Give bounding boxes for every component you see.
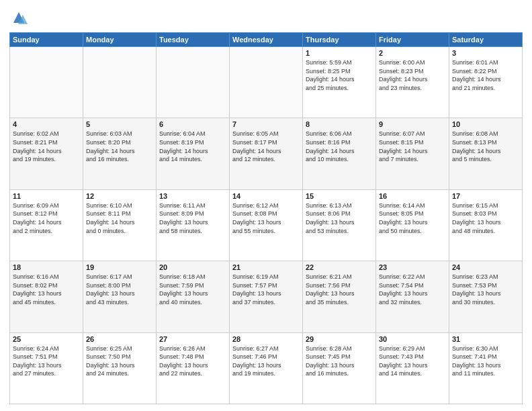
calendar-cell: 26Sunrise: 6:25 AM Sunset: 7:50 PM Dayli… [83,332,157,404]
day-number: 29 [306,335,373,343]
day-number: 2 [379,49,446,57]
day-info: Sunrise: 6:30 AM Sunset: 7:41 PM Dayligh… [452,345,519,378]
day-info: Sunrise: 6:13 AM Sunset: 8:06 PM Dayligh… [306,201,373,235]
weekday-saturday: Saturday [449,33,523,47]
weekday-friday: Friday [376,33,449,47]
calendar-cell [83,47,157,118]
calendar-cell: 4Sunrise: 6:02 AM Sunset: 8:21 PM Daylig… [10,118,83,189]
weekday-tuesday: Tuesday [157,33,230,47]
day-number: 4 [13,120,80,128]
calendar-cell: 12Sunrise: 6:10 AM Sunset: 8:11 PM Dayli… [83,189,157,261]
day-info: Sunrise: 6:29 AM Sunset: 7:43 PM Dayligh… [379,345,446,378]
calendar-cell: 17Sunrise: 6:15 AM Sunset: 8:03 PM Dayli… [449,189,523,261]
day-info: Sunrise: 6:06 AM Sunset: 8:16 PM Dayligh… [306,130,373,163]
day-info: Sunrise: 6:08 AM Sunset: 8:13 PM Dayligh… [452,130,519,163]
day-info: Sunrise: 6:21 AM Sunset: 7:56 PM Dayligh… [306,273,373,306]
day-info: Sunrise: 6:01 AM Sunset: 8:22 PM Dayligh… [452,58,519,92]
calendar-cell [157,47,230,118]
day-info: Sunrise: 6:04 AM Sunset: 8:19 PM Dayligh… [159,130,226,163]
calendar-cell: 7Sunrise: 6:05 AM Sunset: 8:17 PM Daylig… [230,118,303,189]
day-info: Sunrise: 6:27 AM Sunset: 7:46 PM Dayligh… [232,345,300,378]
calendar-cell: 9Sunrise: 6:07 AM Sunset: 8:15 PM Daylig… [376,118,449,189]
calendar-cell: 6Sunrise: 6:04 AM Sunset: 8:19 PM Daylig… [157,118,230,189]
calendar-cell: 22Sunrise: 6:21 AM Sunset: 7:56 PM Dayli… [303,261,376,332]
week-row-1: 1Sunrise: 5:59 AM Sunset: 8:25 PM Daylig… [10,47,523,118]
day-info: Sunrise: 6:11 AM Sunset: 8:09 PM Dayligh… [159,201,226,235]
logo-icon [9,9,28,28]
calendar-cell: 25Sunrise: 6:24 AM Sunset: 7:51 PM Dayli… [10,332,83,404]
day-info: Sunrise: 6:16 AM Sunset: 8:02 PM Dayligh… [13,273,80,306]
day-info: Sunrise: 6:09 AM Sunset: 8:12 PM Dayligh… [13,201,80,235]
day-number: 1 [306,49,373,57]
calendar-cell: 27Sunrise: 6:26 AM Sunset: 7:48 PM Dayli… [157,332,230,404]
calendar-cell: 23Sunrise: 6:22 AM Sunset: 7:54 PM Dayli… [376,261,449,332]
calendar-cell: 19Sunrise: 6:17 AM Sunset: 8:00 PM Dayli… [83,261,157,332]
calendar-cell: 2Sunrise: 6:00 AM Sunset: 8:23 PM Daylig… [376,47,449,118]
calendar-cell: 10Sunrise: 6:08 AM Sunset: 8:13 PM Dayli… [449,118,523,189]
day-info: Sunrise: 6:25 AM Sunset: 7:50 PM Dayligh… [86,345,153,378]
day-info: Sunrise: 6:22 AM Sunset: 7:54 PM Dayligh… [379,273,446,306]
calendar-cell: 13Sunrise: 6:11 AM Sunset: 8:09 PM Dayli… [157,189,230,261]
calendar-cell: 18Sunrise: 6:16 AM Sunset: 8:02 PM Dayli… [10,261,83,332]
day-number: 30 [379,335,446,343]
week-row-3: 11Sunrise: 6:09 AM Sunset: 8:12 PM Dayli… [10,189,523,261]
day-info: Sunrise: 6:10 AM Sunset: 8:11 PM Dayligh… [86,201,153,235]
day-number: 26 [86,335,153,343]
calendar-cell [10,47,83,118]
day-number: 9 [379,120,446,128]
day-info: Sunrise: 6:15 AM Sunset: 8:03 PM Dayligh… [452,201,519,235]
day-number: 23 [379,263,446,271]
calendar-cell: 28Sunrise: 6:27 AM Sunset: 7:46 PM Dayli… [230,332,303,404]
calendar-cell: 15Sunrise: 6:13 AM Sunset: 8:06 PM Dayli… [303,189,376,261]
day-number: 19 [86,263,153,271]
day-number: 12 [86,192,153,200]
day-info: Sunrise: 6:05 AM Sunset: 8:17 PM Dayligh… [232,130,300,163]
calendar-cell: 8Sunrise: 6:06 AM Sunset: 8:16 PM Daylig… [303,118,376,189]
calendar-cell: 24Sunrise: 6:23 AM Sunset: 7:53 PM Dayli… [449,261,523,332]
weekday-sunday: Sunday [10,33,83,47]
day-number: 17 [452,192,519,200]
day-info: Sunrise: 6:03 AM Sunset: 8:20 PM Dayligh… [86,130,153,163]
day-info: Sunrise: 6:07 AM Sunset: 8:15 PM Dayligh… [379,130,446,163]
calendar-cell: 20Sunrise: 6:18 AM Sunset: 7:59 PM Dayli… [157,261,230,332]
day-number: 16 [379,192,446,200]
week-row-5: 25Sunrise: 6:24 AM Sunset: 7:51 PM Dayli… [10,332,523,404]
day-info: Sunrise: 6:12 AM Sunset: 8:08 PM Dayligh… [232,201,300,235]
day-info: Sunrise: 6:00 AM Sunset: 8:23 PM Dayligh… [379,58,446,92]
calendar-cell: 31Sunrise: 6:30 AM Sunset: 7:41 PM Dayli… [449,332,523,404]
weekday-thursday: Thursday [303,33,376,47]
calendar-cell: 29Sunrise: 6:28 AM Sunset: 7:45 PM Dayli… [303,332,376,404]
calendar-cell: 21Sunrise: 6:19 AM Sunset: 7:57 PM Dayli… [230,261,303,332]
calendar-cell: 3Sunrise: 6:01 AM Sunset: 8:22 PM Daylig… [449,47,523,118]
day-number: 25 [13,335,80,343]
day-number: 22 [306,263,373,271]
day-number: 8 [306,120,373,128]
day-number: 13 [159,192,226,200]
calendar-cell: 11Sunrise: 6:09 AM Sunset: 8:12 PM Dayli… [10,189,83,261]
day-number: 6 [159,120,226,128]
day-info: Sunrise: 6:14 AM Sunset: 8:05 PM Dayligh… [379,201,446,235]
day-number: 11 [13,192,80,200]
weekday-header-row: SundayMondayTuesdayWednesdayThursdayFrid… [10,33,523,47]
calendar-cell: 1Sunrise: 5:59 AM Sunset: 8:25 PM Daylig… [303,47,376,118]
day-number: 21 [232,263,300,271]
calendar-cell [230,47,303,118]
day-number: 7 [232,120,300,128]
day-number: 10 [452,120,519,128]
day-info: Sunrise: 6:19 AM Sunset: 7:57 PM Dayligh… [232,273,300,306]
calendar-table: SundayMondayTuesdayWednesdayThursdayFrid… [9,32,523,404]
day-number: 15 [306,192,373,200]
calendar-cell: 30Sunrise: 6:29 AM Sunset: 7:43 PM Dayli… [376,332,449,404]
day-number: 20 [159,263,226,271]
day-info: Sunrise: 6:24 AM Sunset: 7:51 PM Dayligh… [13,345,80,378]
day-number: 14 [232,192,300,200]
day-number: 5 [86,120,153,128]
day-info: Sunrise: 6:28 AM Sunset: 7:45 PM Dayligh… [306,345,373,378]
weekday-monday: Monday [83,33,157,47]
day-number: 27 [159,335,226,343]
day-info: Sunrise: 6:18 AM Sunset: 7:59 PM Dayligh… [159,273,226,306]
day-number: 24 [452,263,519,271]
calendar-cell: 14Sunrise: 6:12 AM Sunset: 8:08 PM Dayli… [230,189,303,261]
day-number: 28 [232,335,300,343]
logo [9,9,31,28]
